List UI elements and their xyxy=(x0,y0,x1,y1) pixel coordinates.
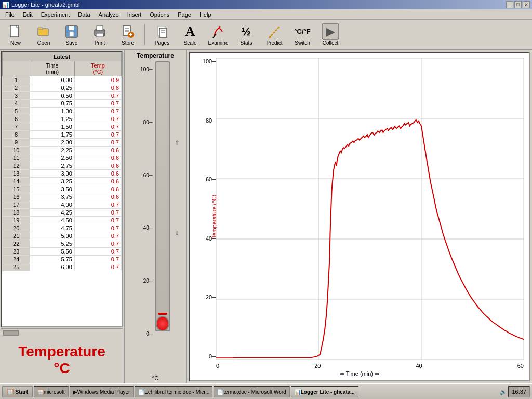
y-axis-ticks: 100─ 80─ 60─ 40─ 20─ 0─ xyxy=(194,58,216,360)
scale-button[interactable]: A Scale xyxy=(177,21,204,48)
x-axis-ticks: 0 20 40 60 xyxy=(216,363,524,369)
close-button[interactable]: ✕ xyxy=(523,1,530,8)
cell-temp: 0,6 xyxy=(74,154,121,162)
new-button[interactable]: New xyxy=(2,21,29,48)
switch-icon: °C/°F xyxy=(294,23,311,40)
x-tick-40: 40 xyxy=(416,363,422,369)
cell-time: 3,50 xyxy=(30,185,75,193)
svg-rect-17 xyxy=(159,28,167,37)
row-num: 21 xyxy=(3,232,30,240)
row-num: 2 xyxy=(3,84,30,92)
table-row: 153,500,6 xyxy=(3,185,122,193)
collect-button[interactable]: ▶ Collect xyxy=(317,21,344,48)
cell-temp: 0,7 xyxy=(74,209,121,217)
taskbar-clock: 16:37 xyxy=(508,386,530,397)
print-label: Print xyxy=(95,40,105,46)
taskbar-label-2: Echilibrul termic.doc - Micr... xyxy=(144,389,209,395)
menu-help[interactable]: Help xyxy=(196,10,215,19)
cell-temp: 0,7 xyxy=(74,100,121,108)
table-row: 92,000,7 xyxy=(3,139,122,147)
stats-icon: ½ xyxy=(238,23,255,40)
title-bar-icon: 📊 xyxy=(2,2,9,8)
predict-button[interactable]: Predict xyxy=(261,21,288,48)
table-row: 174,000,7 xyxy=(3,201,122,209)
store-button[interactable]: Store xyxy=(114,21,141,48)
table-row: 235,500,7 xyxy=(3,248,122,256)
sensor-name: Temperature xyxy=(18,343,105,360)
scale-100: 100─ xyxy=(140,66,153,72)
row-num: 25 xyxy=(3,263,30,271)
menu-options[interactable]: Options xyxy=(147,10,172,19)
menu-edit[interactable]: Edit xyxy=(20,10,36,19)
thermo-scale: 100─ 80─ 60─ 40─ 20─ 0─ xyxy=(140,66,155,337)
toolbar: New Open Save Print Store Pages A xyxy=(0,20,532,50)
cell-temp: 0,7 xyxy=(74,256,121,263)
tray-sound-icon: 🔊 xyxy=(500,389,507,395)
svg-rect-9 xyxy=(97,26,103,30)
svg-rect-6 xyxy=(69,26,74,30)
save-label: Save xyxy=(66,40,78,46)
svg-rect-10 xyxy=(96,33,103,37)
examine-button[interactable]: Examine xyxy=(205,21,232,48)
menu-experiment[interactable]: Experiment xyxy=(38,10,73,19)
row-num: 1 xyxy=(3,76,30,84)
print-button[interactable]: Print xyxy=(86,21,113,48)
menu-analyze[interactable]: Analyze xyxy=(96,10,122,19)
taskbar: 🪟 Start 🪟 microsoft ▶ Windows Media Play… xyxy=(0,383,532,399)
open-label: Open xyxy=(37,40,50,46)
sensor-unit: °C xyxy=(54,360,70,377)
table-row: 61,250,7 xyxy=(3,115,122,123)
cell-temp: 0,7 xyxy=(74,240,121,248)
open-button[interactable]: Open xyxy=(30,21,57,48)
taskbar-item-microsoft[interactable]: 🪟 microsoft xyxy=(34,386,69,397)
cell-temp: 0,9 xyxy=(74,76,121,84)
data-table-container[interactable]: Latest Time(min) Temp(°C) 10,000,920,250… xyxy=(1,51,123,327)
scale-60: 60─ xyxy=(143,172,153,178)
thermo-unit-label: °C xyxy=(152,375,158,381)
menu-data[interactable]: Data xyxy=(75,10,93,19)
new-label: New xyxy=(10,40,21,46)
x-axis-label: ⇐ Time (min) ⇒ xyxy=(340,370,379,377)
cell-temp: 0,6 xyxy=(74,147,121,154)
new-icon xyxy=(7,23,24,40)
cell-time: 0,25 xyxy=(30,84,75,92)
thermo-title: Temperature xyxy=(137,52,174,59)
store-icon xyxy=(119,23,136,40)
cell-time: 2,50 xyxy=(30,154,75,162)
horizontal-scrollbar[interactable] xyxy=(1,328,123,337)
taskbar-item-mediaplayer[interactable]: ▶ Windows Media Player xyxy=(70,386,134,397)
cell-time: 0,00 xyxy=(30,76,75,84)
menu-insert[interactable]: Insert xyxy=(124,10,145,19)
down-arrow-icon: ⇓ xyxy=(175,230,180,237)
menu-file[interactable]: File xyxy=(2,10,18,19)
menu-page[interactable]: Page xyxy=(175,10,194,19)
taskbar-icon-4: 📊 xyxy=(295,389,301,395)
start-button[interactable]: 🪟 Start xyxy=(2,386,33,397)
stats-button[interactable]: ½ Stats xyxy=(233,21,260,48)
thermo-fill xyxy=(158,313,167,315)
pages-button[interactable]: Pages xyxy=(149,21,176,48)
taskbar-item-echilibrul[interactable]: 📄 Echilibrul termic.doc - Micr... xyxy=(135,386,212,397)
switch-button[interactable]: °C/°F Switch xyxy=(289,21,316,48)
table-row: 102,250,6 xyxy=(3,147,122,154)
scale-icon: A xyxy=(182,23,198,40)
table-row: 40,750,7 xyxy=(3,100,122,108)
print-icon xyxy=(91,23,108,40)
cell-time: 3,00 xyxy=(30,170,75,178)
taskbar-item-logger[interactable]: 📊 Logger Lite - gheata... xyxy=(291,386,358,397)
table-row: 81,750,7 xyxy=(3,131,122,139)
maximize-button[interactable]: □ xyxy=(514,1,522,8)
minimize-button[interactable]: _ xyxy=(506,1,513,8)
thermometer-wrapper: 100─ 80─ 60─ 40─ 20─ 0─ ⇑ ⇓ xyxy=(127,61,184,373)
pages-label: Pages xyxy=(155,40,169,46)
taskbar-label-4: Logger Lite - gheata... xyxy=(301,389,355,395)
table-row: 51,000,7 xyxy=(3,108,122,115)
table-row: 225,250,7 xyxy=(3,240,122,248)
save-button[interactable]: Save xyxy=(58,21,85,48)
x-tick-60: 60 xyxy=(517,363,524,369)
taskbar-item-termo[interactable]: 📄 termo.doc - Microsoft Word xyxy=(214,386,289,397)
cell-time: 1,00 xyxy=(30,108,75,115)
table-row: 184,250,7 xyxy=(3,209,122,217)
y-tick-0: 0─ xyxy=(209,353,216,360)
thermo-bulb xyxy=(156,316,169,331)
